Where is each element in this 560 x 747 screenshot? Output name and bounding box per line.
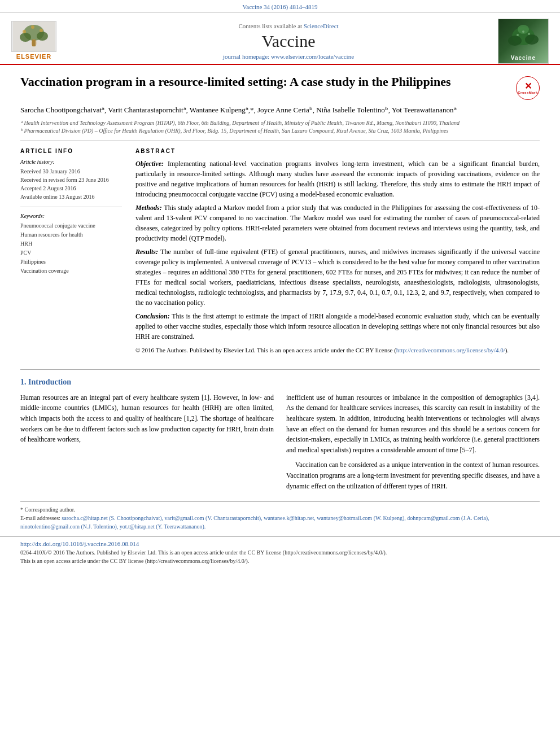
corresponding-author: * Corresponding author. bbox=[20, 505, 540, 514]
abstract-text: Objective: Implementing national-level v… bbox=[135, 159, 540, 355]
doi-link[interactable]: http://dx.doi.org/10.1016/j.vaccine.2016… bbox=[20, 540, 139, 547]
affiliations: ᵃ Health Intervention and Technology Ass… bbox=[20, 119, 540, 135]
intro-col-left: Human resources are an integral part of … bbox=[20, 392, 274, 496]
elsevier-tree-image bbox=[11, 21, 56, 52]
conclusion-text: This is the first attempt to estimate th… bbox=[135, 312, 540, 340]
svg-point-11 bbox=[508, 36, 522, 46]
received-date: Received 30 January 2016 bbox=[20, 167, 122, 176]
abstract-heading: ABSTRACT bbox=[135, 148, 540, 154]
open-access-line: This is an open access article under the… bbox=[20, 557, 540, 565]
svg-point-6 bbox=[40, 29, 43, 32]
vaccine-logo-svg bbox=[504, 24, 543, 55]
intro-col2-para2: Vaccination can be considered as a uniqu… bbox=[286, 460, 540, 491]
vaccine-logo-text: Vaccine bbox=[511, 55, 536, 61]
abstract-conclusion: Conclusion: This is the first attempt to… bbox=[135, 311, 540, 342]
abstract-methods: Methods: This study adapted a Markov mod… bbox=[135, 203, 540, 243]
article-history: Article history: Received 30 January 201… bbox=[20, 159, 122, 207]
intro-col1-para1: Human resources are an integral part of … bbox=[20, 392, 274, 445]
intro-col-right: inefficient use of human resources or im… bbox=[286, 392, 540, 496]
keyword-6: Vaccination coverage bbox=[20, 267, 122, 276]
sciencedirect-link[interactable]: ScienceDirect bbox=[304, 23, 339, 29]
intro-section: 1. Introduction Human resources are an i… bbox=[0, 378, 560, 496]
article-content: ✕ CrossMark Vaccination program in a res… bbox=[0, 65, 560, 361]
elsevier-logo-area: ELSEVIER bbox=[11, 21, 79, 62]
keyword-2: Human resources for health bbox=[20, 230, 122, 239]
elsevier-name-text: ELSEVIER bbox=[16, 53, 51, 60]
main-separator bbox=[20, 369, 540, 370]
history-heading: Article history: bbox=[20, 159, 122, 165]
svg-point-15 bbox=[528, 33, 530, 35]
affiliation-a: ᵃ Health Intervention and Technology Ass… bbox=[20, 119, 540, 127]
abstract-results: Results: The number of full-time equival… bbox=[135, 247, 540, 308]
keyword-1: Pneumococcal conjugate vaccine bbox=[20, 221, 122, 230]
keywords-heading: Keywords: bbox=[20, 213, 122, 219]
available-date: Available online 13 August 2016 bbox=[20, 193, 122, 201]
article-info-heading: ARTICLE INFO bbox=[20, 148, 122, 154]
keyword-4: PCV bbox=[20, 248, 122, 257]
journal-homepage-line: journal homepage: www.elsevier.com/locat… bbox=[90, 53, 487, 60]
journal-citation: Vaccine 34 (2016) 4814–4819 bbox=[243, 3, 318, 10]
journal-header: ELSEVIER Contents lists available at Sci… bbox=[0, 13, 560, 65]
license-text: © 2016 The Authors. Published by Elsevie… bbox=[135, 347, 396, 353]
crossmark-x: ✕ bbox=[524, 82, 532, 91]
received-revised-date: Received in revised form 23 June 2016 bbox=[20, 176, 122, 184]
methods-label: Methods: bbox=[135, 204, 162, 212]
svg-point-3 bbox=[37, 32, 48, 41]
intro-col2-para1: inefficient use of human resources or im… bbox=[286, 392, 540, 456]
abstract-objective: Objective: Implementing national-level v… bbox=[135, 159, 540, 199]
title-area: ✕ CrossMark Vaccination program in a res… bbox=[20, 74, 540, 100]
authors-text: Sarocha Chootipongchaivatᵃ, Varit Chanta… bbox=[20, 106, 457, 114]
objective-text: Implementing national-level vaccination … bbox=[135, 160, 540, 198]
doi-line: http://dx.doi.org/10.1016/j.vaccine.2016… bbox=[20, 540, 540, 547]
article-info-col: ARTICLE INFO Article history: Received 3… bbox=[20, 148, 122, 355]
license-link[interactable]: http://creativecommons.org/licenses/by/4… bbox=[396, 347, 505, 353]
journal-top-bar: Vaccine 34 (2016) 4814–4819 bbox=[0, 0, 560, 13]
svg-point-2 bbox=[20, 33, 31, 42]
accepted-date: Accepted 2 August 2016 bbox=[20, 184, 122, 193]
abstract-col: ABSTRACT Objective: Implementing nationa… bbox=[135, 148, 540, 355]
keyword-5: Philippines bbox=[20, 257, 122, 267]
email-line: E-mail addresses: sarocha.c@hitap.net (S… bbox=[20, 514, 540, 531]
svg-point-7 bbox=[31, 25, 34, 29]
footnote-section: * Corresponding author. E-mail addresses… bbox=[20, 501, 540, 531]
objective-label: Objective: bbox=[135, 160, 164, 168]
journal-name-big: Vaccine bbox=[90, 32, 487, 51]
crossmark-label: CrossMark bbox=[518, 91, 538, 94]
sciencedirect-line: Contents lists available at ScienceDirec… bbox=[90, 23, 487, 29]
crossmark-badge: ✕ CrossMark bbox=[516, 76, 540, 100]
svg-point-12 bbox=[525, 34, 539, 45]
methods-text: This study adapted a Markov model from a… bbox=[135, 204, 540, 242]
email-addresses[interactable]: sarocha.c@hitap.net (S. Chootipongchaiva… bbox=[20, 515, 489, 530]
crossmark-container: ✕ CrossMark bbox=[516, 76, 540, 100]
results-label: Results: bbox=[135, 248, 158, 256]
svg-point-16 bbox=[522, 30, 524, 33]
intro-columns: Human resources are an integral part of … bbox=[20, 392, 540, 496]
svg-point-5 bbox=[23, 30, 26, 33]
elsevier-tree-svg bbox=[13, 21, 55, 51]
vaccine-logo-box-container: Vaccine bbox=[498, 19, 549, 64]
license-line: © 2016 The Authors. Published by Elsevie… bbox=[135, 346, 540, 355]
vaccine-logo-box: Vaccine bbox=[498, 19, 548, 63]
keywords-section: Keywords: Pneumococcal conjugate vaccine… bbox=[20, 213, 122, 276]
journal-header-center: Contents lists available at ScienceDirec… bbox=[79, 23, 498, 60]
conclusion-label: Conclusion: bbox=[135, 312, 170, 320]
svg-point-14 bbox=[517, 34, 519, 36]
keyword-3: HRH bbox=[20, 239, 122, 248]
license-end: ). bbox=[505, 347, 509, 353]
article-body-columns: ARTICLE INFO Article history: Received 3… bbox=[20, 141, 540, 355]
intro-title: 1. Introduction bbox=[20, 378, 540, 387]
email-header: E-mail addresses: bbox=[20, 515, 60, 521]
authors-line: Sarocha Chootipongchaivatᵃ, Varit Chanta… bbox=[20, 104, 540, 116]
elsevier-logo: ELSEVIER bbox=[11, 21, 56, 60]
article-title: Vaccination program in a resource-limite… bbox=[20, 74, 540, 90]
svg-point-8 bbox=[31, 39, 37, 47]
bottom-bar: http://dx.doi.org/10.1016/j.vaccine.2016… bbox=[0, 536, 560, 569]
affiliation-b: ᵇ Pharmaceutical Division (PD) – Office … bbox=[20, 127, 540, 135]
page-wrapper: Vaccine 34 (2016) 4814–4819 bbox=[0, 0, 560, 747]
issn-line: 0264-410X/© 2016 The Authors. Published … bbox=[20, 548, 540, 557]
results-text: The number of full-time equivalent (FTE)… bbox=[135, 248, 540, 307]
